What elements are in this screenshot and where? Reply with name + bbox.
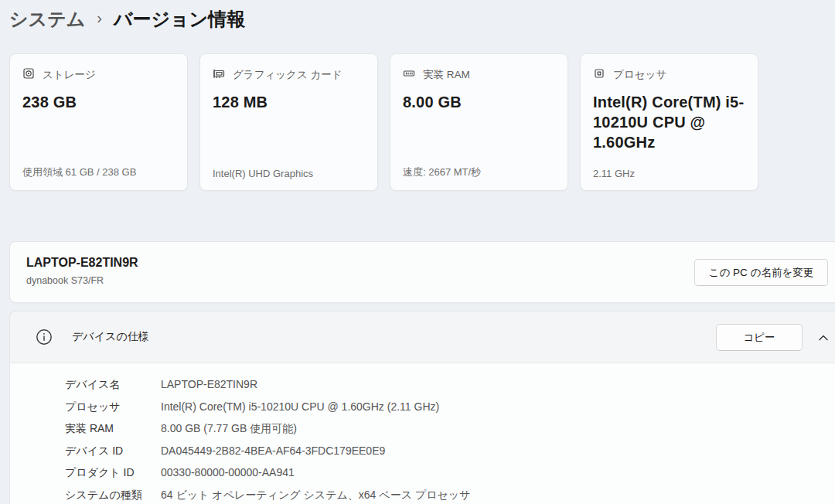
breadcrumb-system[interactable]: システム: [9, 7, 85, 32]
spec-value: Intel(R) Core(TM) i5-10210U CPU @ 1.60GH…: [161, 400, 439, 413]
device-name: LAPTOP-E82TIN9R: [26, 256, 138, 270]
spec-value: 8.00 GB (7.77 GB 使用可能): [161, 422, 297, 436]
device-model: dynabook S73/FR: [26, 275, 104, 286]
processor-card: プロセッサ Intel(R) Core(TM) i5-10210U CPU @ …: [580, 53, 758, 191]
spec-label: デバイス ID: [65, 444, 161, 458]
spec-label: プロダクト ID: [65, 466, 161, 480]
settings-about-page: { "breadcrumb": { "root": "システム", "separ…: [0, 0, 835, 504]
device-name-card: LAPTOP-E82TIN9R dynabook S73/FR この PC の名…: [9, 241, 835, 303]
rename-pc-button[interactable]: この PC の名前を変更: [694, 259, 828, 286]
storage-card-label: ストレージ: [43, 68, 96, 82]
breadcrumb: システム › バージョン情報: [9, 7, 245, 32]
spec-label: プロセッサ: [65, 400, 161, 414]
spec-value: 00330-80000-00000-AA941: [161, 466, 295, 478]
storage-icon: [22, 67, 35, 82]
chevron-up-icon[interactable]: [816, 331, 830, 345]
ram-icon: [403, 67, 415, 82]
spec-label: システムの種類: [65, 489, 161, 502]
spec-label: デバイス名: [65, 378, 161, 392]
graphics-card-detail: Intel(R) UHD Graphics: [213, 168, 368, 179]
gpu-icon: [213, 67, 225, 82]
graphics-card: グラフィックス カード 128 MB Intel(R) UHD Graphics: [199, 53, 378, 191]
device-specs-expander[interactable]: デバイスの仕様 コピー: [9, 311, 835, 363]
graphics-card-value: 128 MB: [213, 92, 365, 112]
ram-card-label: 実装 RAM: [423, 68, 470, 82]
processor-card-value: Intel(R) Core(TM) i5-10210U CPU @ 1.60GH…: [593, 92, 745, 152]
storage-card-value: 238 GB: [22, 92, 175, 112]
copy-button[interactable]: コピー: [716, 324, 803, 351]
spec-row-processor: プロセッサ Intel(R) Core(TM) i5-10210U CPU @ …: [65, 400, 835, 423]
spec-row-device-name: デバイス名 LAPTOP-E82TIN9R: [65, 378, 835, 400]
info-icon: [36, 329, 53, 346]
ram-card-value: 8.00 GB: [403, 92, 555, 112]
spec-row-system-type: システムの種類 64 ビット オペレーティング システム、x64 ベース プロセ…: [65, 489, 835, 504]
page-title: バージョン情報: [114, 7, 245, 32]
spec-label: 実装 RAM: [65, 422, 161, 436]
device-specs-panel: デバイス名 LAPTOP-E82TIN9R プロセッサ Intel(R) Cor…: [9, 363, 835, 504]
graphics-card-label: グラフィックス カード: [233, 68, 343, 82]
device-specs-title: デバイスの仕様: [72, 330, 149, 344]
ram-card: 実装 RAM 8.00 GB 速度: 2667 MT/秒: [390, 53, 568, 191]
cpu-icon: [593, 67, 605, 82]
ram-card-detail: 速度: 2667 MT/秒: [403, 165, 558, 179]
spec-row-device-id: デバイス ID DA045449-2B82-4BEA-AF64-3FDC179E…: [65, 444, 835, 467]
processor-card-label: プロセッサ: [613, 68, 666, 82]
chevron-right-icon: ›: [97, 9, 102, 27]
storage-card: ストレージ 238 GB 使用領域 61 GB / 238 GB: [9, 53, 188, 191]
processor-card-detail: 2.11 GHz: [593, 168, 748, 179]
spec-row-ram: 実装 RAM 8.00 GB (7.77 GB 使用可能): [65, 422, 835, 444]
spec-row-product-id: プロダクト ID 00330-80000-00000-AA941: [65, 466, 835, 489]
spec-value: DA045449-2B82-4BEA-AF64-3FDC179EE0E9: [161, 444, 385, 457]
spec-value: 64 ビット オペレーティング システム、x64 ベース プロセッサ: [161, 489, 470, 502]
storage-card-detail: 使用領域 61 GB / 238 GB: [22, 165, 178, 179]
summary-cards: ストレージ 238 GB 使用領域 61 GB / 238 GB グラフィックス…: [9, 53, 758, 191]
spec-value: LAPTOP-E82TIN9R: [161, 378, 257, 390]
